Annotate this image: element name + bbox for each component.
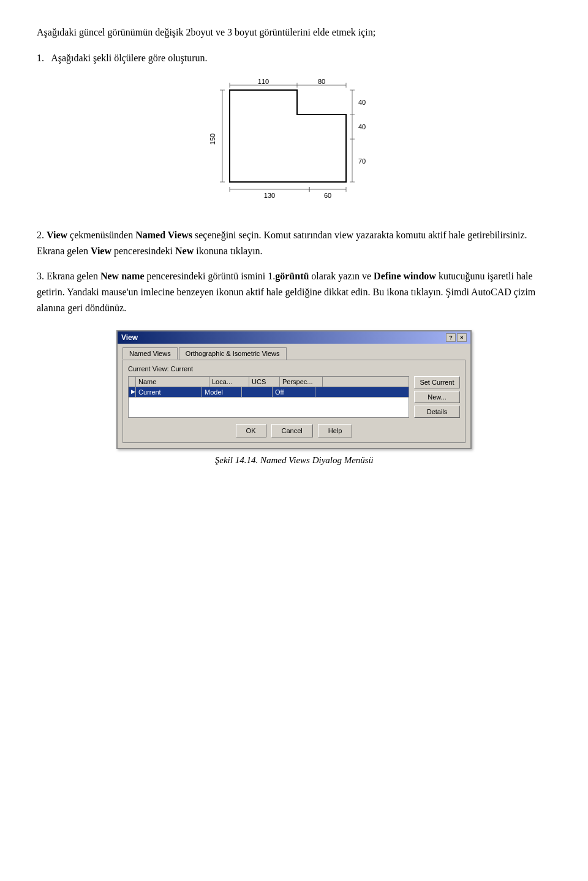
tab-orthographic[interactable]: Orthographic & Isometric Views xyxy=(179,347,287,360)
step1-label: 1. xyxy=(37,53,44,63)
dialog-action-buttons: Set Current New... Details xyxy=(414,376,460,418)
step2-bold-view2: View xyxy=(91,246,111,256)
step2-bold-named-views: Named Views xyxy=(135,230,192,240)
new-button[interactable]: New... xyxy=(414,391,460,403)
step2-label: 2. xyxy=(37,230,44,240)
row-location: Model xyxy=(202,387,242,397)
step3-paragraph: 3. Ekrana gelen New name penceresindeki … xyxy=(37,268,551,316)
shape-drawing: 110 80 40 40 70 150 130 60 xyxy=(37,78,551,213)
views-table: Name Loca... UCS Perspec... ▶ Current Mo… xyxy=(128,376,409,418)
current-view-label: Current View: Current xyxy=(128,365,460,372)
dim-label-150: 150 xyxy=(209,134,216,145)
step2-text4: ikonuna tıklayın. xyxy=(194,246,262,256)
set-current-button[interactable]: Set Current xyxy=(414,376,460,388)
dialog-titlebar: View ? × xyxy=(118,331,470,344)
step3-bold-goruntunum: görüntü xyxy=(275,271,309,281)
figure-caption: Şekil 14.14. Named Views Diyalog Menüsü xyxy=(37,455,551,466)
intro-text: Aşağıdaki güncel görünümün değişik 2boyu… xyxy=(37,27,375,37)
dim-label-60: 60 xyxy=(324,192,331,199)
dialog-main-area: Name Loca... UCS Perspec... ▶ Current Mo… xyxy=(128,376,460,418)
step2-paragraph: 2. View çekmenüsünden Named Views seçene… xyxy=(37,227,551,259)
step1-text: Aşağıdaki şekli ölçülere göre oluşturun. xyxy=(51,53,208,63)
step1-paragraph: 1. Aşağıdaki şekli ölçülere göre oluştur… xyxy=(37,50,551,66)
technical-drawing: 110 80 40 40 70 150 130 60 xyxy=(193,78,395,213)
step3-bold-new-name: New name xyxy=(100,271,145,281)
col-name-header: Name xyxy=(136,377,209,387)
step3-text1: Ekrana gelen xyxy=(47,271,100,281)
table-header: Name Loca... UCS Perspec... xyxy=(129,377,409,387)
ok-button[interactable]: OK xyxy=(236,424,266,437)
shape-outline xyxy=(230,90,346,182)
titlebar-controls: ? × xyxy=(446,333,467,342)
row-name: Current xyxy=(136,387,202,397)
row-ucs xyxy=(242,387,273,397)
col-location-header: Loca... xyxy=(209,377,249,387)
dialog-title: View xyxy=(121,333,138,342)
dialog-content: Named Views Orthographic & Isometric Vie… xyxy=(118,344,470,448)
dim-label-80: 80 xyxy=(318,78,325,85)
col-perspective-header: Perspec... xyxy=(280,377,323,387)
dialog-footer: OK Cancel Help xyxy=(128,424,460,437)
dim-label-110: 110 xyxy=(258,78,269,85)
step3-label: 3. xyxy=(37,271,44,281)
dim-label-70: 70 xyxy=(358,157,366,165)
dialog-help-btn[interactable]: ? xyxy=(446,333,456,342)
step2-bold-view: View xyxy=(47,230,67,240)
dialog-tabs: Named Views Orthographic & Isometric Vie… xyxy=(123,347,466,360)
step3-bold-define-window: Define window xyxy=(374,271,436,281)
intro-paragraph: Aşağıdaki güncel görünümün değişik 2boyu… xyxy=(37,25,551,40)
table-row-current[interactable]: ▶ Current Model Off xyxy=(129,387,409,398)
help-button[interactable]: Help xyxy=(318,424,353,437)
step2-text3: penceresindeki xyxy=(111,246,175,256)
step2-bold-new: New xyxy=(175,246,194,256)
step2-text1: çekmenüsünden xyxy=(67,230,135,240)
dim-label-40a: 40 xyxy=(358,99,366,106)
details-button[interactable]: Details xyxy=(414,406,460,418)
dialog-panel: Current View: Current Name Loca... UCS P… xyxy=(123,360,466,443)
row-arrow: ▶ xyxy=(129,387,136,397)
dialog-wrapper: View ? × Named Views Orthographic & Isom… xyxy=(37,330,551,449)
dim-label-130: 130 xyxy=(264,192,275,199)
tab-named-views[interactable]: Named Views xyxy=(123,347,178,360)
row-perspective: Off xyxy=(273,387,315,397)
view-dialog: View ? × Named Views Orthographic & Isom… xyxy=(116,330,472,449)
dialog-close-btn[interactable]: × xyxy=(457,333,467,342)
step3-text3: olarak yazın ve xyxy=(309,271,374,281)
cancel-button[interactable]: Cancel xyxy=(271,424,313,437)
col-arrow-header xyxy=(129,377,136,387)
col-ucs-header: UCS xyxy=(249,377,280,387)
step3-text2: penceresindeki görüntü ismini 1. xyxy=(145,271,276,281)
dim-label-40b: 40 xyxy=(358,123,366,130)
